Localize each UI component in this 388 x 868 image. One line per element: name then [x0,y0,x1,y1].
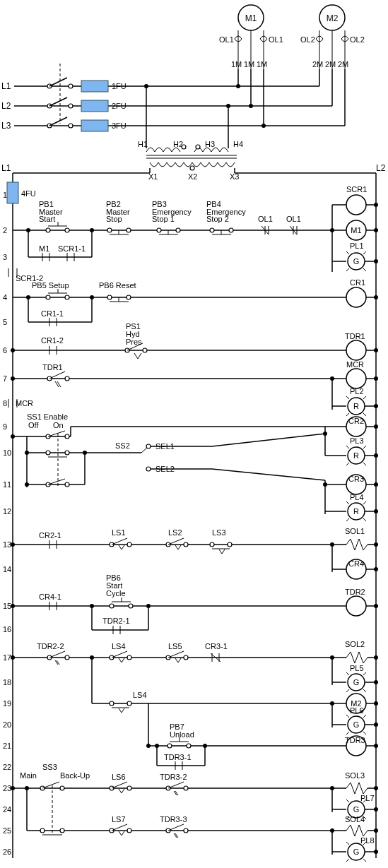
svg-line-305 [363,689,366,692]
pl8-label: PL8 [360,836,375,845]
svg-point-76 [107,228,112,232]
svg-text:11: 11 [3,480,11,489]
svg-point-159 [374,348,378,352]
svg-line-203 [141,448,147,453]
svg-text:4: 4 [3,293,7,302]
svg-text:2: 2 [3,226,7,234]
svg-point-178 [374,404,378,408]
sol4-label: SOL4 [345,815,365,824]
ss1-on: On [53,421,64,429]
svg-line-112 [346,268,349,271]
svg-line-212 [346,446,349,448]
svg-text:22: 22 [3,763,11,771]
svg-point-24 [69,104,73,108]
svg-point-250 [228,542,232,547]
svg-point-177 [374,376,378,381]
svg-text:21: 21 [3,742,11,750]
svg-line-285 [49,651,65,658]
tm2-label-a: 2M [312,60,323,69]
svg-line-164 [49,371,65,379]
svg-point-77 [127,228,131,232]
ss2-label: SS2 [115,441,130,450]
svg-point-244 [127,542,131,547]
svg-point-32 [144,84,148,88]
svg-line-393 [346,859,349,862]
rung-13: CR2-1 LS1 LS2 LS3 SOL1 CR4 [11,527,378,579]
rung-4: PB5 Setup PB6 Reset CR1 [13,278,378,307]
svg-text:24: 24 [3,805,11,814]
cr1-2-label: CR1-2 [41,336,64,345]
svg-point-115 [374,203,378,207]
svg-point-256 [374,542,378,547]
svg-text:Start: Start [39,215,55,223]
svg-line-110 [346,251,349,254]
svg-text:26: 26 [3,848,11,856]
svg-point-382 [184,828,188,833]
scr1-1-label: SCR1-1 [58,244,86,253]
svg-point-89 [229,228,233,232]
svg-point-194 [374,424,378,429]
svg-line-248 [168,538,184,545]
svg-text:Stop 1: Stop 1 [152,215,175,223]
svg-point-282 [11,655,15,660]
scr1-label: SCR1 [346,185,367,194]
rung-6: CR1-2 PS1 HydPres TDR1 [11,322,378,360]
tdr2-label: TDR2 [345,588,365,596]
svg-line-291 [168,651,184,658]
rung-7: TDR1 MCR R PL2 [11,360,378,416]
svg-line-234 [363,501,366,504]
supply-l3-label: L3 [1,121,11,131]
supply-l2-label: L2 [1,101,11,111]
svg-point-388 [374,828,378,833]
x2-label: X2 [188,172,197,181]
svg-point-328 [374,723,378,727]
svg-point-71 [65,228,69,232]
svg-point-260 [374,567,378,571]
svg-point-247 [184,542,188,547]
svg-point-38 [190,166,194,170]
svg-point-299 [374,655,378,660]
rung-22to26: SS3 Main Back-Up LS6 TDR3-2 SOL3 G PL7 L… [11,763,378,862]
svg-point-309 [90,655,94,660]
cr3-label: CR3 [348,475,364,483]
m1coil-label: M1 [351,226,361,234]
ol2-right-label: OL2 [350,35,365,44]
rung-17: TDR2-2 LS4 LS5 CR3-1 SOL2 G PL5 [11,640,378,692]
svg-point-217 [374,453,378,458]
fuse-2fu-label: 2FU [112,102,127,110]
ladder-diagram: M1 OL1 OL1 1M 1M 1M M2 OL2 OL2 2M 2M 2M [0,0,388,868]
bus-l2-label: L2 [376,163,386,173]
tdr1c-label: TDR1 [42,363,63,371]
svg-point-280 [374,604,378,608]
svg-text:15: 15 [3,602,11,610]
svg-text:3: 3 [3,253,7,261]
svg-point-140 [374,295,378,299]
svg-text:1: 1 [3,191,7,199]
svg-point-311 [110,701,114,706]
svg-point-331 [167,744,172,748]
ls4-label: LS4 [112,642,126,650]
pl4-letter: R [353,507,359,516]
svg-line-233 [346,501,349,504]
svg-line-355 [112,782,127,788]
svg-line-175 [346,413,349,416]
svg-point-163 [65,376,69,381]
disconnect-switches [47,64,73,128]
ss1-off: Off [28,421,39,429]
svg-point-135 [127,295,131,299]
ol2-left-label: OL2 [300,35,315,44]
svg-point-354 [127,786,131,790]
svg-line-380 [112,824,127,831]
tm2-label-c: 2M [338,60,348,69]
svg-line-303 [363,672,366,675]
svg-line-304 [346,689,349,692]
pl7-letter: G [353,805,360,814]
svg-text:9: 9 [3,422,7,431]
sol3-label: SOL3 [345,771,365,780]
svg-point-330 [146,744,151,748]
svg-line-189 [48,431,65,436]
pl7-label: PL7 [360,794,375,802]
svg-point-376 [60,828,64,833]
svg-point-198 [65,451,69,455]
svg-point-82 [157,228,161,232]
